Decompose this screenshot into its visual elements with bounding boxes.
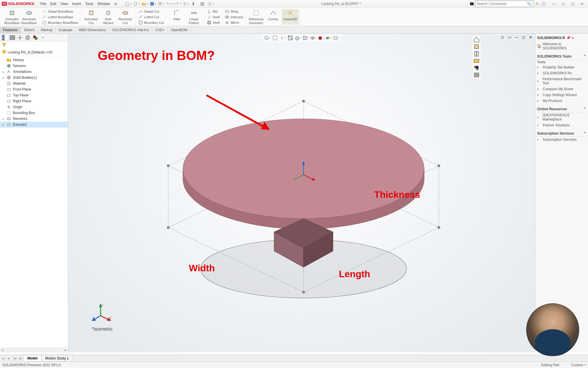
save-icon[interactable] xyxy=(150,1,156,7)
mirror-button[interactable]: Mirror xyxy=(224,20,244,25)
menu-edit[interactable]: Edit xyxy=(48,1,59,7)
taskpane-home-icon[interactable] xyxy=(473,36,480,43)
tree-root[interactable]: Locking Pin_& (Default) <<D xyxy=(0,48,68,56)
taskpane-appearance-icon[interactable] xyxy=(473,65,480,71)
tree-item-right-plane[interactable]: Right Plane xyxy=(0,98,68,104)
apply-scene-icon[interactable] xyxy=(325,35,332,41)
taskpane-custom-icon[interactable] xyxy=(473,72,480,78)
home-icon[interactable] xyxy=(125,1,131,7)
restore-button[interactable]: ◻ xyxy=(559,1,567,7)
view-minimize-icon[interactable]: — xyxy=(513,34,520,41)
linear-pattern-button[interactable]: Linear Pattern xyxy=(185,9,202,24)
tab-motion-study[interactable]: Motion Study 1 xyxy=(41,355,73,362)
tab-mbd[interactable]: MBD Dimensions xyxy=(76,27,109,33)
taskpane-view-icon[interactable] xyxy=(473,58,480,64)
status-drop-icon[interactable]: ▾ xyxy=(584,364,586,366)
view-orientation-icon[interactable] xyxy=(295,35,301,41)
select-icon[interactable] xyxy=(183,1,189,7)
tree-item-top-plane[interactable]: Top Plane xyxy=(0,92,68,98)
instant3d-button[interactable]: Instant3D xyxy=(282,9,299,24)
taskpane-library-icon[interactable] xyxy=(473,51,480,57)
intersect-button[interactable]: Intersect xyxy=(224,14,244,20)
redo-icon[interactable] xyxy=(174,1,181,7)
boundary-cut-button[interactable]: Boundary Cut xyxy=(138,20,164,25)
boundary-boss-button[interactable]: Boundary Boss/Base xyxy=(41,20,79,25)
taskpane-design-icon[interactable] xyxy=(473,44,480,50)
tree-item-material-not-specified-[interactable]: Material xyxy=(0,81,68,86)
tool-solidworks-rx[interactable]: ▪SOLIDWORKS Rx xyxy=(537,70,587,76)
sidetab-dimexp-icon[interactable] xyxy=(24,34,31,41)
tab-sketch[interactable]: Sketch xyxy=(21,27,38,33)
tree-item-sensors[interactable]: Sensors xyxy=(0,63,68,69)
tree-item-annotations[interactable]: ▸AAnnotations xyxy=(0,69,68,75)
sidetab-config-icon[interactable] xyxy=(16,34,24,41)
draft-button[interactable]: Draft xyxy=(206,14,220,20)
settings-icon[interactable] xyxy=(207,1,214,7)
tab-addins[interactable]: SOLIDWORKS Add-Ins xyxy=(109,27,152,33)
zoom-area-icon[interactable] xyxy=(272,35,278,41)
graphics-viewport[interactable]: ◻ ▭ — ◻ ✕ xyxy=(68,34,535,352)
maximize-button[interactable]: ▢ xyxy=(569,1,577,7)
tab-cadplus[interactable]: CAD+ xyxy=(152,27,168,33)
menu-tools[interactable]: Tools xyxy=(83,1,95,7)
sidetab-property-icon[interactable] xyxy=(9,34,16,41)
edit-appearance-icon[interactable] xyxy=(318,35,324,41)
display-style-icon[interactable] xyxy=(302,35,309,41)
zoom-fit-icon[interactable] xyxy=(264,35,271,41)
cmd-icon[interactable] xyxy=(469,1,475,7)
menu-view[interactable]: View xyxy=(59,1,70,7)
tree-item-solid-bodies-1-[interactable]: ▸Solid Bodies(1) xyxy=(0,75,68,81)
online-3dexperience-marketplace[interactable]: ▪3DEXPERIENCE Marketplace xyxy=(537,112,587,122)
tool-compare-my-score[interactable]: ▪Compare My Score xyxy=(537,86,587,92)
search-glass-icon[interactable]: 🔍 xyxy=(527,2,531,6)
extruded-cut-button[interactable]: Extruded Cut xyxy=(83,9,100,24)
bt-next-icon[interactable]: ▸ xyxy=(6,356,12,360)
tool-performance-benchmark-test[interactable]: ▪Performance Benchmark Test xyxy=(537,76,587,86)
close-button[interactable]: ✕ xyxy=(578,1,586,7)
fillet-button[interactable]: Fillet xyxy=(168,9,185,24)
tree-item-front-plane[interactable]: Front Plane xyxy=(0,86,68,92)
bt-first-icon[interactable]: |◂ xyxy=(12,356,18,360)
welcome-link[interactable]: 🏠 Welcome toSOLIDWORKS xyxy=(537,41,587,51)
view-maximize-icon[interactable]: ◻ xyxy=(520,34,527,41)
view-settings-icon[interactable] xyxy=(333,35,339,41)
section-view-icon[interactable] xyxy=(287,35,294,41)
hole-wizard-button[interactable]: Hole Wizard xyxy=(100,9,117,24)
tab-openbom[interactable]: OpenBOM xyxy=(168,27,191,33)
minimize-button[interactable]: — xyxy=(550,1,558,7)
tab-model[interactable]: Model xyxy=(24,355,41,362)
tree-item-revolve1[interactable]: ▸Revolve1 xyxy=(0,116,68,122)
menu-file[interactable]: File xyxy=(38,1,48,7)
menu-insert[interactable]: Insert xyxy=(70,1,83,7)
filter-icon[interactable] xyxy=(2,44,6,48)
tree-hscroll[interactable]: ◂▸ xyxy=(0,348,68,352)
search-drop-icon[interactable]: ▾ xyxy=(531,2,532,5)
sidetab-more-icon[interactable]: › xyxy=(39,34,46,41)
wrap-button[interactable]: Wrap xyxy=(224,9,244,14)
revolved-cut-button[interactable]: Revolved Cut xyxy=(117,9,134,24)
help-icon[interactable]: ? xyxy=(540,1,547,7)
swept-boss-button[interactable]: Swept Boss/Base xyxy=(41,9,79,14)
hide-show-icon[interactable] xyxy=(310,35,317,41)
sub-subscription-services[interactable]: ▪Subscription Services xyxy=(537,137,587,143)
tree-item-origin[interactable]: Origin xyxy=(0,104,68,110)
rib-button[interactable]: Rib xyxy=(206,9,220,14)
search-commands[interactable]: 🔍 ▾ xyxy=(475,1,534,7)
menu-pin[interactable]: ⊀ xyxy=(112,1,119,7)
tab-features[interactable]: Features xyxy=(0,27,21,33)
shell-button[interactable]: Shell xyxy=(206,20,220,25)
menu-window[interactable]: Window xyxy=(95,1,112,7)
lofted-cut-button[interactable]: Lofted Cut xyxy=(138,14,164,20)
previous-view-icon[interactable] xyxy=(279,35,286,41)
bt-last-icon[interactable]: ▸| xyxy=(18,356,24,360)
open-icon[interactable] xyxy=(141,1,148,7)
tab-markup[interactable]: Markup xyxy=(38,27,56,33)
tree-item-bounding-box[interactable]: Bounding Box xyxy=(0,110,68,116)
swept-cut-button[interactable]: Swept Cut xyxy=(138,9,164,14)
user-icon[interactable] xyxy=(534,1,540,7)
view-window2-icon[interactable]: ▭ xyxy=(506,34,513,41)
extruded-boss-button[interactable]: Extruded Boss/Base xyxy=(4,9,21,24)
sidetab-tree-icon[interactable] xyxy=(1,34,8,41)
tree-item-extrude1[interactable]: ▸Extrude1 xyxy=(0,122,68,128)
panel-pushpin-icon[interactable]: 📌 xyxy=(566,36,571,40)
